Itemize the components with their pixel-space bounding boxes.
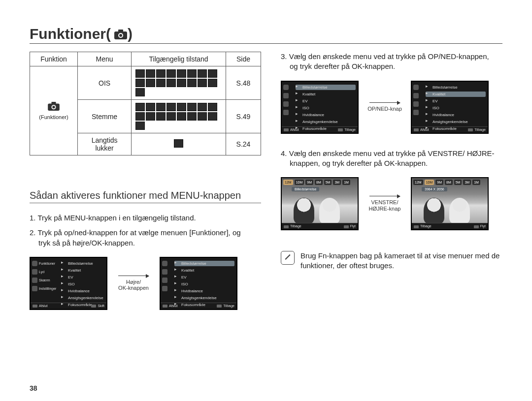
- camera-icon: [47, 105, 60, 113]
- lcd-item: Kvalitet: [302, 92, 315, 96]
- lcd-screen-before-updown: Billedstørrelse Kvalitet EV ISO Hvidbala…: [281, 81, 359, 134]
- svg-rect-5: [51, 101, 56, 104]
- lcd-item: ISO: [181, 282, 188, 286]
- lcd-item: Ansigtsgenkendelse: [181, 296, 217, 300]
- svg-rect-1: [118, 30, 123, 32]
- lcd-item: ISO: [302, 106, 309, 110]
- chip: 12M: [413, 180, 423, 185]
- step-2-line1: 2. Tryk på op/ned-knappen for at vælge m…: [30, 228, 241, 237]
- svg-point-7: [52, 106, 55, 108]
- chip: 9M: [305, 180, 313, 185]
- lcd-item: Kvalitet: [181, 268, 194, 273]
- lcd-item: EV: [181, 275, 187, 279]
- svg-point-3: [119, 34, 122, 37]
- note-text: Brug Fn-knappen bag på kameraet til at v…: [300, 251, 502, 271]
- chip: 3M: [463, 180, 471, 185]
- row-ois-menu: OIS: [78, 66, 132, 100]
- step-2: 2. Tryk på op/ned-knappen for at vælge m…: [30, 228, 261, 248]
- row-ois-modes: [132, 66, 226, 100]
- lcd-screen-photo-right: 12M 10M 9M 8M 5M 3M 1M 3984 X 2656 Tilba…: [411, 177, 489, 230]
- chip: 1M: [472, 180, 480, 185]
- page-title: Funktioner: [30, 26, 106, 42]
- step-3: 3. Vælg den ønskede menu ved at trykke p…: [281, 52, 502, 72]
- lcd-footer-left: Tilbage: [414, 224, 432, 228]
- row-stemme-menu: Stemme: [78, 100, 132, 133]
- lcd-footer-right: Tilbage: [217, 304, 234, 308]
- row-langtids-menu: Langtids lukker: [78, 133, 132, 155]
- title-paren-open: (: [106, 26, 111, 42]
- lcd-footer-right: Tilbage: [338, 128, 356, 131]
- chip: 12M: [283, 180, 293, 185]
- arrow-caption: OP/NED-knap: [367, 106, 402, 112]
- note-icon: [281, 251, 295, 265]
- lcd-screen-after-updown: Billedstørrelse Kvalitet EV ISO Hvidbala…: [411, 81, 489, 134]
- func-label: (Funktioner): [39, 114, 68, 120]
- step-3-line2: og tryk derefter på OK-knappen.: [281, 62, 502, 71]
- function-table: Funktion Menu Tilgængelig tilstand Side …: [30, 52, 261, 155]
- title-paren-close: ): [128, 26, 133, 42]
- lcd-item: Hvidbalance: [68, 289, 90, 293]
- step-4-line1: 4. Vælg den ønskede menu ved at trykke p…: [281, 149, 495, 157]
- lcd-footer-right: Skift: [91, 304, 104, 308]
- left-screens-row: Funktioner Lyd Skærm Indstillinger Bille…: [30, 257, 261, 310]
- mode-icon: [174, 139, 183, 148]
- chip: 10M: [425, 180, 434, 185]
- chip: 8M: [445, 180, 453, 185]
- lcd-item: Billedstørrelse: [68, 261, 93, 266]
- arrow-op-ned: OP/NED-knap: [366, 102, 404, 112]
- chip: 10M: [295, 180, 304, 185]
- lcd-item: EV: [302, 99, 308, 103]
- lcd-tab-skaerm: Skærm: [39, 278, 50, 282]
- section-heading: Sådan aktiveres funktioner med MENU-knap…: [30, 190, 261, 203]
- lcd-footer-left: Afslut: [163, 304, 178, 308]
- arrow-venstre-hojre: VENSTRE/ HØJRE-knap: [366, 196, 404, 212]
- lcd-item: EV: [68, 275, 73, 279]
- lcd-footer-left: Afslut: [414, 128, 429, 131]
- th-menu: Menu: [78, 52, 132, 66]
- lcd-item: Ansigtsgenkendelse: [68, 296, 103, 300]
- lcd-footer-right: Flyt: [344, 224, 356, 228]
- th-tilstand: Tilgængelig tilstand: [132, 52, 226, 66]
- lcd-footer-left: Afslut: [284, 128, 299, 131]
- step-2-line2: tryk så på højre/OK-knappen.: [30, 238, 261, 248]
- step-4-line2: knappen, og tryk derefter på OK-knappen.: [281, 158, 502, 168]
- lcd-chip-label: Billedstørrelse: [292, 187, 319, 191]
- page-number: 38: [30, 384, 37, 392]
- lcd-screen-funktioner: Funktioner Lyd Skærm Indstillinger Bille…: [30, 257, 107, 310]
- right-screens-row-1: Billedstørrelse Kvalitet EV ISO Hvidbala…: [281, 81, 502, 134]
- chip: 9M: [435, 180, 443, 185]
- chip: 3M: [333, 180, 341, 185]
- lcd-item: EV: [432, 99, 438, 103]
- lcd-item: Billedstørrelse: [181, 261, 206, 266]
- chip: 5M: [324, 180, 332, 185]
- chip: 5M: [454, 180, 462, 185]
- lcd-footer-right: Flyt: [474, 224, 486, 228]
- lcd-screen-billedst: Billedstørrelse Kvalitet EV ISO Hvidbala…: [160, 257, 237, 310]
- func-cell: (Funktioner): [30, 66, 78, 155]
- lcd-screen-photo-left: 12M 10M 9M 8M 5M 3M 1M Billedstørrelse T…: [281, 177, 359, 230]
- lcd-footer-right: Tilbage: [468, 128, 486, 131]
- th-funktion: Funktion: [30, 52, 78, 66]
- chip: 8M: [315, 180, 323, 185]
- arrow-caption: Højre/ OK-knappen: [118, 279, 149, 291]
- arrow-right-ok: Højre/ OK-knappen: [114, 276, 153, 291]
- row-langtids-side: S.24: [226, 133, 261, 155]
- lcd-footer-left: Tilbage: [284, 224, 301, 228]
- th-side: Side: [226, 52, 261, 66]
- lcd-photo-resolution: 3984 X 2656: [422, 187, 447, 191]
- row-langtids-modes: [132, 133, 226, 155]
- row-ois-side: S.48: [226, 66, 261, 100]
- row-stemme-side: S.49: [226, 100, 261, 133]
- lcd-footer-left: Afslut: [33, 304, 48, 308]
- step-4: 4. Vælg den ønskede menu ved at trykke p…: [281, 149, 502, 169]
- step-3-line1: 3. Vælg den ønskede menu ved at trykke p…: [281, 52, 489, 61]
- lcd-item: Hvidbalance: [432, 113, 454, 117]
- note-block: Brug Fn-knappen bag på kameraet til at v…: [281, 251, 502, 271]
- lcd-item: Hvidbalance: [181, 289, 203, 293]
- lcd-tab-indst: Indstillinger: [39, 287, 56, 290]
- lcd-item: Billedstørrelse: [432, 85, 458, 90]
- lcd-item: Kvalitet: [432, 92, 445, 96]
- lcd-item: Billedstørrelse: [302, 85, 328, 90]
- page-title-row: Funktioner ( ): [30, 26, 502, 44]
- lcd-item: ISO: [68, 282, 75, 286]
